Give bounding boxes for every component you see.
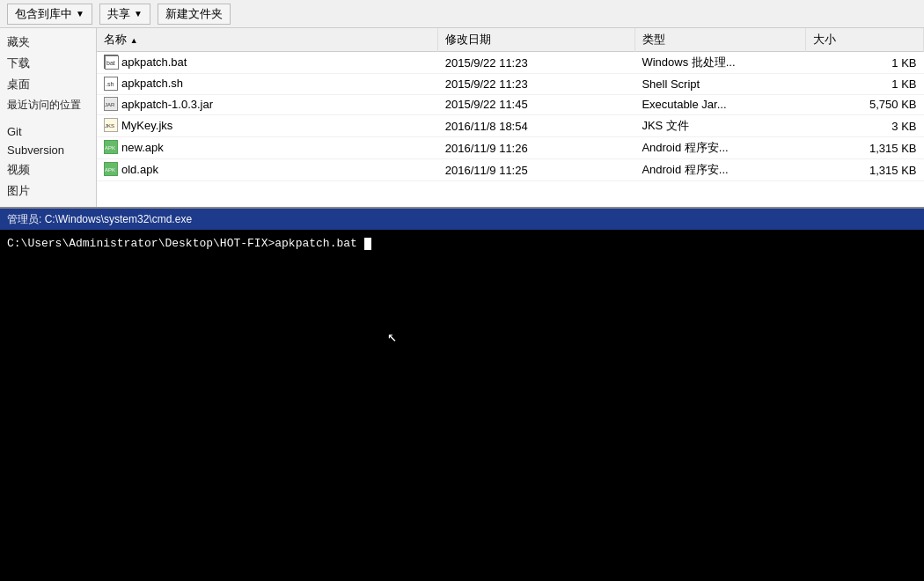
file-icon: JKS (104, 118, 118, 132)
col-header-size[interactable]: 大小 (805, 28, 923, 52)
svg-text:JKS: JKS (105, 123, 114, 129)
file-size: 1,315 KB (805, 137, 923, 159)
toolbar: 包含到库中 ▼ 共享 ▼ 新建文件夹 (0, 0, 924, 28)
col-header-type[interactable]: 类型 (634, 28, 805, 52)
include-library-label: 包含到库中 (15, 6, 72, 22)
share-button[interactable]: 共享 ▼ (99, 4, 150, 25)
new-folder-button[interactable]: 新建文件夹 (158, 4, 231, 25)
svg-text:bat: bat (106, 60, 115, 66)
file-type: Android 程序安... (634, 137, 805, 159)
file-type: Android 程序安... (634, 159, 805, 181)
file-date: 2016/11/9 11:26 (438, 137, 635, 159)
sidebar-item-video[interactable]: 视频 (0, 159, 96, 180)
table-row[interactable]: .shapkpatch.sh2015/9/22 11:23Shell Scrip… (97, 74, 924, 95)
sidebar-item-recent[interactable]: 最近访问的位置 (0, 95, 96, 115)
file-name: new.apk (121, 141, 164, 154)
svg-text:APK: APK (105, 145, 115, 151)
svg-text:JAR: JAR (105, 102, 115, 107)
file-size: 5,750 KB (805, 94, 923, 115)
file-size: 1 KB (805, 74, 923, 95)
file-size: 1,315 KB (805, 159, 923, 181)
include-library-button[interactable]: 包含到库中 ▼ (7, 4, 92, 25)
sidebar-item-cang[interactable]: 藏夹 (0, 32, 96, 53)
sidebar: 藏夹 下载 桌面 最近访问的位置 Git Subversion 视频 图片 (0, 28, 97, 207)
share-label: 共享 (107, 6, 130, 22)
cmd-body[interactable]: C:\Users\Administrator\Desktop\HOT-FIX>a… (0, 230, 924, 581)
table-row[interactable]: batapkpatch.bat2015/9/22 11:23Windows 批处… (97, 52, 924, 74)
file-name: apkpatch.bat (121, 55, 187, 69)
file-name: apkpatch-1.0.3.jar (121, 98, 213, 111)
file-type: Windows 批处理... (634, 52, 805, 74)
file-date: 2016/11/8 18:54 (438, 115, 635, 137)
file-manager: 藏夹 下载 桌面 最近访问的位置 Git Subversion 视频 图片 名称… (0, 28, 924, 209)
file-date: 2015/9/22 11:23 (438, 74, 635, 95)
sort-asc-icon: ▲ (130, 36, 138, 45)
col-header-date[interactable]: 修改日期 (438, 28, 635, 52)
file-type: Shell Script (634, 74, 805, 95)
table-row[interactable]: JKSMyKey.jks2016/11/8 18:54JKS 文件3 KB (97, 115, 924, 137)
file-size: 1 KB (805, 52, 923, 74)
file-table: 名称 ▲ 修改日期 类型 大小 batapkpatch.bat2015/9/22… (97, 28, 924, 181)
cmd-title-text: 管理员: C:\Windows\system32\cmd.exe (7, 212, 192, 227)
file-date: 2015/9/22 11:45 (438, 94, 635, 115)
file-icon: .sh (104, 77, 118, 91)
file-list: 名称 ▲ 修改日期 类型 大小 batapkpatch.bat2015/9/22… (97, 28, 924, 207)
file-icon: APK (104, 140, 118, 154)
col-header-name[interactable]: 名称 ▲ (97, 28, 438, 52)
svg-text:APK: APK (105, 167, 115, 173)
file-type: JKS 文件 (634, 115, 805, 137)
file-icon: APK (104, 162, 118, 176)
sidebar-item-svn[interactable]: Subversion (0, 141, 96, 159)
sidebar-item-desktop[interactable]: 桌面 (0, 74, 96, 95)
file-name: old.apk (121, 163, 158, 176)
table-row[interactable]: JARapkpatch-1.0.3.jar2015/9/22 11:45Exec… (97, 94, 924, 115)
file-date: 2016/11/9 11:25 (438, 159, 635, 181)
new-folder-label: 新建文件夹 (165, 6, 223, 22)
sidebar-item-images[interactable]: 图片 (0, 180, 96, 202)
svg-text:.sh: .sh (106, 81, 114, 87)
file-icon: bat (104, 55, 118, 69)
include-dropdown-icon: ▼ (76, 9, 84, 18)
share-dropdown-icon: ▼ (134, 9, 143, 18)
sidebar-item-git[interactable]: Git (0, 122, 96, 141)
sidebar-item-download[interactable]: 下载 (0, 53, 96, 74)
cmd-cursor (364, 238, 371, 250)
cmd-window: 管理员: C:\Windows\system32\cmd.exe C:\User… (0, 209, 924, 581)
file-type: Executable Jar... (634, 94, 805, 115)
file-name: MyKey.jks (121, 119, 172, 132)
file-date: 2015/9/22 11:23 (438, 52, 635, 74)
cmd-titlebar: 管理员: C:\Windows\system32\cmd.exe (0, 209, 924, 230)
file-size: 3 KB (805, 115, 923, 137)
mouse-cursor-indicator: ↖ (387, 327, 397, 346)
table-row[interactable]: APKold.apk2016/11/9 11:25Android 程序安...1… (97, 159, 924, 181)
table-row[interactable]: APKnew.apk2016/11/9 11:26Android 程序安...1… (97, 137, 924, 159)
file-icon: JAR (104, 97, 118, 111)
cmd-prompt: C:\Users\Administrator\Desktop\HOT-FIX>a… (7, 237, 357, 250)
file-name: apkpatch.sh (121, 77, 183, 90)
